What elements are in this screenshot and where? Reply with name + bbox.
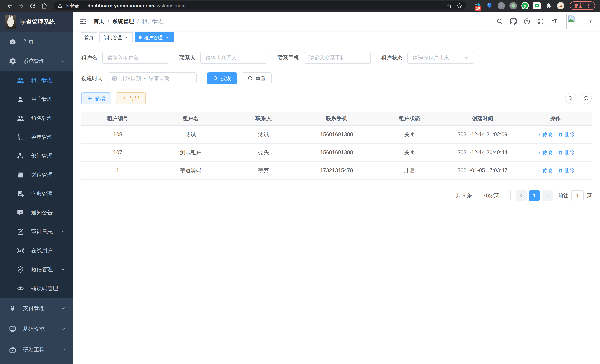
tab-home[interactable]: 首页 [81, 32, 97, 42]
sidebar-item-menu[interactable]: 菜单管理 [0, 128, 73, 147]
sidebar-item-user[interactable]: 用户管理 [0, 90, 73, 109]
sidebar-item-sms[interactable]: 短信管理 [0, 260, 73, 279]
sidebar-collapse-icon[interactable] [79, 17, 87, 25]
back-icon[interactable] [5, 1, 14, 10]
sidebar-item-home[interactable]: 首页 [0, 32, 73, 52]
tab-tenant[interactable]: 租户管理 × [135, 32, 174, 42]
edit-link[interactable]: 修改 [536, 149, 553, 156]
status-select[interactable]: 请选择租户状态 [407, 52, 474, 64]
shield-check-icon [16, 265, 25, 274]
tenant-name-input[interactable] [102, 52, 169, 64]
position-badge-icon [16, 171, 25, 179]
delete-link[interactable]: 删除 [558, 167, 574, 174]
github-icon[interactable] [509, 17, 517, 25]
close-icon[interactable]: × [124, 35, 129, 40]
download-icon [122, 96, 127, 101]
app-logo[interactable]: 芋道管理系统 [0, 11, 73, 32]
dictionary-icon [16, 190, 25, 198]
sidebar-item-payment[interactable]: ¥ 支付管理 [0, 298, 73, 319]
search-button[interactable]: 搜索 [207, 72, 237, 84]
sidebar-item-post[interactable]: 岗位管理 [0, 166, 73, 184]
audit-log-icon [16, 228, 25, 236]
extension-strip: 10 ⌘ y [474, 2, 564, 9]
edit-link[interactable]: 修改 [536, 131, 553, 138]
goto-page-input[interactable] [572, 190, 584, 201]
chevron-down-icon [60, 267, 66, 272]
header-search-icon[interactable] [496, 17, 504, 25]
caret-down-icon[interactable]: ▾ [590, 19, 592, 24]
edit-icon [536, 132, 541, 137]
profile-avatar-icon[interactable] [557, 2, 564, 9]
font-size-icon[interactable]: tT [551, 17, 559, 25]
breadcrumb-home[interactable]: 首页 [94, 18, 104, 25]
trash-icon [558, 168, 563, 173]
browser-toolbar: 不安全 dashboard.yudao.iocoder.cn/system/te… [0, 0, 600, 11]
system-submenu: 租户管理 用户管理 角色管理 [0, 71, 73, 298]
browser-update-button[interactable]: 更新 ⋮ [570, 1, 595, 10]
delete-link[interactable]: 删除 [558, 149, 574, 156]
table-refresh-icon[interactable] [581, 93, 592, 104]
sidebar-item-tenant[interactable]: 租户管理 [0, 71, 73, 90]
share-icon[interactable] [446, 3, 451, 9]
extension-icon-y-circle[interactable]: y [521, 2, 529, 9]
dashboard-icon [9, 38, 17, 46]
status-label: 租户状态 [381, 54, 403, 62]
user-avatar[interactable] [566, 14, 582, 29]
sidebar-item-dict[interactable]: 字典管理 [0, 184, 73, 203]
bookmark-star-icon[interactable] [456, 3, 462, 9]
extension-icon-tiles[interactable]: 10 [474, 2, 481, 9]
reset-button[interactable]: 重置 [242, 72, 272, 84]
breadcrumb-system[interactable]: 系统管理 [112, 18, 134, 25]
page-number-current[interactable]: 1 [529, 190, 540, 201]
delete-link[interactable]: 删除 [558, 131, 574, 138]
app-header: 首页 / 系统管理 / 租户管理 tT [73, 11, 600, 31]
users-icon [16, 114, 25, 122]
forward-icon[interactable] [16, 1, 26, 10]
extension-icon-chat[interactable] [533, 2, 541, 9]
extension-icon-command[interactable]: ⌘ [497, 2, 505, 9]
toolbox-icon [9, 346, 17, 354]
sidebar-item-system[interactable]: 系统管理 [0, 52, 73, 71]
sidebar-item-role[interactable]: 角色管理 [0, 109, 73, 128]
page-size-select[interactable]: 10条/页 [478, 190, 511, 201]
kebab-menu-icon[interactable]: ⋮ [586, 3, 592, 9]
mobile-input[interactable] [304, 52, 371, 64]
col-tenant-id: 租户编号 [81, 112, 154, 125]
divider [83, 3, 84, 8]
add-button[interactable]: 新增 [81, 92, 111, 104]
export-button[interactable]: 导出 [116, 92, 146, 104]
sidebar-item-dev-tools[interactable]: 研发工具 [0, 339, 73, 360]
sidebar-item-online-users[interactable]: 在线用户 [0, 241, 73, 260]
warning-icon [57, 3, 63, 8]
prev-page-icon[interactable] [516, 190, 526, 201]
home-icon[interactable] [39, 1, 49, 10]
close-icon[interactable]: × [165, 35, 170, 40]
help-icon[interactable] [523, 17, 531, 25]
sidebar-item-audit-log[interactable]: 审计日志 [0, 222, 73, 241]
extension-icon-record[interactable] [509, 2, 517, 9]
sidebar-item-notice[interactable]: 通知公告 [0, 203, 73, 222]
fullscreen-icon[interactable] [537, 17, 545, 25]
svg-text:y: y [524, 4, 526, 8]
next-page-icon[interactable] [542, 190, 553, 201]
extensions-puzzle-icon[interactable] [545, 2, 553, 9]
url-bar[interactable]: 不安全 dashboard.yudao.iocoder.cn/system/te… [53, 1, 466, 10]
sidebar-item-dept[interactable]: 部门管理 [0, 147, 73, 166]
tab-dept[interactable]: 部门管理 × [99, 32, 133, 42]
chevron-down-icon [60, 306, 66, 311]
reload-icon[interactable] [28, 1, 38, 10]
sidebar-item-infrastructure[interactable]: 基础设施 [0, 319, 73, 339]
date-range-picker[interactable]: 开始日期 - 结束日期 [108, 72, 197, 84]
refresh-icon [247, 76, 253, 81]
page-content: 租户名 联系人 联系手机 租户状态 请选择租户状态 [73, 44, 600, 364]
table-header-row: 租户编号 租户名 联系人 联系手机 租户状态 创建时间 操作 [81, 112, 592, 125]
extension-icon-balloon[interactable] [486, 2, 493, 9]
sidebar-item-error-code[interactable]: </> 错误码管理 [0, 279, 73, 298]
col-created: 创建时间 [446, 112, 519, 125]
contact-input[interactable] [200, 52, 267, 64]
table-search-icon[interactable] [565, 93, 576, 104]
calendar-icon [112, 75, 117, 81]
edit-link[interactable]: 修改 [536, 167, 553, 174]
tenant-name-label: 租户名 [81, 54, 97, 62]
sidebar: 芋道管理系统 首页 系统管理 [0, 11, 73, 364]
